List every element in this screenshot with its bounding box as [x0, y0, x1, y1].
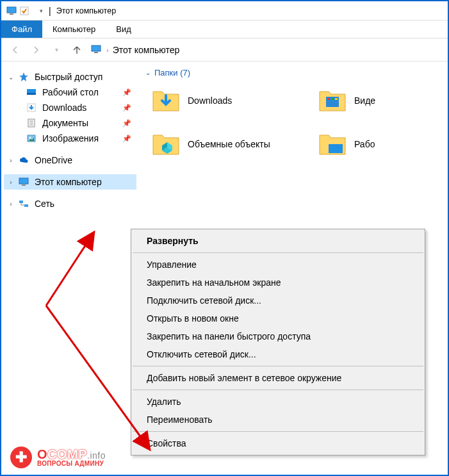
app-icon	[6, 6, 17, 16]
svg-rect-1	[10, 13, 13, 15]
download-icon	[26, 102, 37, 113]
svg-rect-23	[329, 144, 343, 153]
tree-onedrive[interactable]: › OneDrive	[4, 152, 136, 168]
menu-separator	[133, 252, 423, 253]
chevron-down-icon[interactable]: ⌄	[6, 74, 15, 81]
computer-icon	[18, 176, 29, 188]
tree-pictures[interactable]: Изображения 📌	[4, 131, 136, 146]
folder-3d-icon	[151, 129, 181, 160]
context-menu: Развернуть Управление Закрепить на начал…	[131, 229, 425, 455]
breadcrumb-root[interactable]: Этот компьютер	[113, 45, 180, 55]
folder-3dobjects[interactable]: Объемные объекты	[151, 129, 291, 160]
qat-properties-icon[interactable]	[19, 6, 29, 16]
tree-quick-access[interactable]: ⌄ Быстрый доступ	[4, 69, 136, 85]
tree-label: Изображения	[42, 133, 99, 144]
tree-label: Этот компьютер	[35, 177, 102, 187]
menu-pin-quick[interactable]: Закрепить на панели быстрого доступа	[131, 327, 425, 345]
tree-desktop[interactable]: Рабочий стол 📌	[4, 85, 136, 100]
menu-separator	[133, 431, 423, 432]
tree-label: Быстрый доступ	[35, 72, 102, 82]
watermark-brand-suffix: .info	[87, 450, 106, 461]
chevron-right-icon[interactable]: ›	[6, 201, 15, 208]
tree-label: Сеть	[35, 199, 54, 209]
svg-marker-5	[19, 72, 28, 81]
watermark-brand-rest: COMP	[47, 447, 87, 461]
ribbon-tabs: Файл Компьютер Вид	[1, 21, 448, 38]
svg-rect-0	[7, 7, 16, 13]
menu-map-drive[interactable]: Подключить сетевой диск...	[131, 291, 425, 309]
menu-disconnect-drive[interactable]: Отключить сетевой диск...	[131, 345, 425, 363]
group-header-label: Папки (7)	[154, 68, 190, 78]
desktop-icon	[26, 86, 37, 98]
folder-videos[interactable]: Виде	[317, 85, 381, 116]
breadcrumb-pc-icon	[91, 44, 102, 56]
folder-download-icon	[151, 85, 181, 116]
chevron-down-icon: ⌄	[145, 69, 151, 76]
watermark-brand-o: O	[37, 447, 47, 461]
network-icon	[18, 198, 29, 209]
svg-rect-4	[94, 52, 98, 53]
watermark: ✚ OCOMP.info ВОПРОСЫ АДМИНУ	[10, 447, 106, 468]
menu-manage[interactable]: Управление	[131, 256, 425, 274]
menu-delete[interactable]: Удалить	[131, 393, 425, 411]
tree-label: OneDrive	[35, 155, 72, 165]
svg-rect-15	[19, 178, 28, 184]
tab-view[interactable]: Вид	[106, 21, 142, 38]
folder-desktop-icon	[317, 129, 348, 160]
svg-point-14	[29, 137, 31, 139]
navigation-tree: ⌄ Быстрый доступ Рабочий стол 📌 Download…	[1, 62, 139, 475]
cloud-icon	[18, 154, 29, 166]
folder-label: Виде	[354, 95, 375, 106]
tab-computer[interactable]: Компьютер	[42, 21, 106, 38]
pictures-icon	[26, 133, 37, 144]
svg-rect-22	[335, 98, 338, 100]
watermark-tagline: ВОПРОСЫ АДМИНУ	[37, 461, 106, 467]
tree-downloads[interactable]: Downloads 📌	[4, 100, 136, 115]
folders-grid: Downloads Виде Объемные объекты Рабо	[143, 85, 444, 160]
folder-videos-icon	[317, 85, 348, 116]
folder-label: Рабо	[354, 139, 375, 149]
svg-rect-17	[19, 201, 23, 203]
pin-icon: 📌	[122, 119, 131, 127]
qat-dropdown-icon[interactable]: ▾	[36, 6, 46, 16]
svg-rect-20	[327, 98, 330, 100]
menu-new-window[interactable]: Открыть в новом окне	[131, 309, 425, 327]
folder-desktop[interactable]: Рабо	[317, 129, 381, 160]
tree-documents[interactable]: Документы 📌	[4, 115, 136, 131]
star-icon	[18, 71, 29, 83]
menu-properties[interactable]: Свойства	[131, 434, 425, 452]
tree-label: Рабочий стол	[42, 87, 99, 97]
pin-icon: 📌	[122, 135, 131, 143]
menu-separator	[133, 366, 423, 366]
svg-rect-7	[27, 93, 36, 95]
tree-this-pc[interactable]: › Этот компьютер	[4, 174, 136, 190]
nav-up-button[interactable]	[68, 41, 86, 59]
nav-back-button[interactable]	[6, 41, 24, 59]
document-icon	[26, 117, 37, 129]
nav-bar: ▾ › Этот компьютер	[1, 38, 448, 62]
chevron-right-icon[interactable]: ›	[6, 157, 15, 164]
pin-icon: 📌	[122, 88, 131, 97]
nav-recent-dropdown[interactable]: ▾	[47, 41, 65, 59]
nav-forward-button[interactable]	[27, 41, 45, 59]
svg-rect-16	[22, 185, 26, 186]
watermark-badge-icon: ✚	[10, 447, 32, 468]
menu-expand[interactable]: Развернуть	[131, 232, 425, 250]
folders-group-header[interactable]: ⌄ Папки (7)	[143, 68, 444, 78]
menu-rename[interactable]: Переименовать	[131, 411, 425, 429]
folder-label: Объемные объекты	[188, 139, 270, 149]
title-separator: |	[49, 6, 51, 16]
svg-rect-3	[92, 45, 101, 51]
folder-label: Downloads	[188, 95, 232, 106]
tree-network[interactable]: › Сеть	[4, 196, 136, 211]
chevron-right-icon[interactable]: ›	[6, 179, 15, 186]
menu-add-network-loc[interactable]: Добавить новый элемент в сетевое окружен…	[131, 369, 425, 387]
folder-downloads[interactable]: Downloads	[151, 85, 291, 116]
tree-label: Downloads	[42, 103, 86, 113]
menu-separator	[133, 390, 423, 390]
breadcrumb-sep: ›	[106, 46, 109, 54]
menu-pin-start[interactable]: Закрепить на начальном экране	[131, 274, 425, 291]
title-bar: ▾ | Этот компьютер	[1, 1, 448, 21]
tab-file[interactable]: Файл	[1, 21, 42, 38]
breadcrumb[interactable]: › Этот компьютер	[91, 44, 179, 56]
